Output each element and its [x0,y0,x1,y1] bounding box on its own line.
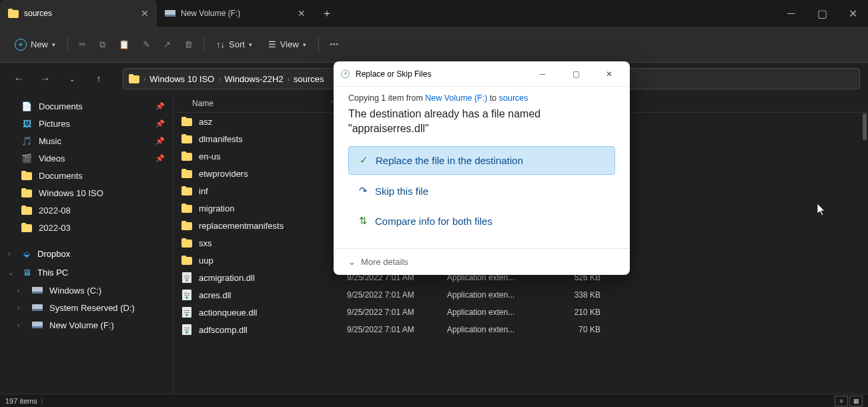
breadcrumb-item[interactable]: Windows-22H2 [225,74,284,84]
svg-rect-22 [184,330,189,330]
copy-button[interactable]: ⧉ [94,35,111,54]
tab-sources[interactable]: sources ✕ [0,0,157,27]
dropbox-icon: ⬙ [21,248,32,259]
file-row[interactable]: actionqueue.dll9/25/2022 7:01 AMApplicat… [173,304,868,321]
replace-label: Replace the file in the destination [376,155,523,166]
dialog-body: Copying 1 item from New Volume (F:) to s… [334,87,630,248]
chevron-right-icon: › [8,250,16,258]
chevron-down-icon: ⌄ [348,257,356,267]
maximize-button[interactable]: ▢ [562,63,590,85]
skip-label: Skip this file [375,185,428,197]
sidebar-item-windows-c-[interactable]: ›Windows (C:) [0,282,173,299]
copying-prefix: Copying 1 item from [348,93,425,103]
delete-button[interactable]: 🗑 [179,35,198,53]
close-button[interactable]: ✕ [837,0,868,27]
rename-button[interactable]: ✎ [137,35,155,53]
minimize-button[interactable]: ─ [528,63,556,85]
sidebar-item-2022-03[interactable]: 2022-03 [0,219,173,236]
view-icon: ☰ [268,39,276,49]
close-icon[interactable]: ✕ [141,8,149,19]
pic-icon: 🖼 [21,118,32,129]
history-icon: 🕑 [340,69,350,79]
sort-icon: ↑↓ [216,39,225,49]
dest-link[interactable]: sources [499,93,528,103]
replace-option[interactable]: ✓ Replace the file in the destination [348,146,615,175]
sidebar-group-dropbox[interactable]: ›⬙Dropbox [0,244,173,263]
sidebar-item-label: Windows 10 ISO [39,188,103,198]
sidebar-item-label: New Volume (F:) [49,320,114,330]
titlebar: sources ✕ New Volume (F:) ✕ ＋ ─ ▢ ✕ [0,0,868,27]
statusbar: 197 items | ≡ ▦ [0,394,868,407]
rename-icon: ✎ [143,39,150,49]
copy-icon: ⧉ [99,39,105,50]
file-date: 9/25/2022 7:01 AM [347,308,447,317]
sidebar-item-videos[interactable]: 🎬Videos📌 [0,149,173,167]
sidebar-item-2022-08[interactable]: 2022-08 [0,201,173,219]
sidebar-item-pictures[interactable]: 🖼Pictures📌 [0,115,173,132]
new-button[interactable]: + New ▾ [8,35,62,55]
sidebar-item-label: Dropbox [37,249,70,259]
file-row[interactable]: acres.dll9/25/2022 7:01 AMApplication ex… [173,286,868,304]
sidebar-item-label: Pictures [39,119,70,129]
file-row[interactable]: adfscomp.dll9/25/2022 7:01 AMApplication… [173,321,868,338]
sidebar-group-this-pc[interactable]: ⌄🖥This PC [0,263,173,282]
file-name: uup [199,256,213,266]
sort-button[interactable]: ↑↓ Sort ▾ [209,35,259,53]
back-button[interactable]: ← [8,68,29,89]
chevron-right-icon: › [288,75,290,83]
maximize-button[interactable]: ▢ [807,0,837,27]
breadcrumb-item[interactable]: sources [294,74,324,84]
folder-icon [181,238,192,248]
details-view-button[interactable]: ≡ [835,396,848,406]
svg-rect-5 [32,309,43,311]
paste-button[interactable]: 📋 [113,35,135,53]
svg-rect-14 [184,295,189,296]
view-button[interactable]: ☰ View ▾ [262,35,313,53]
sidebar-item-label: Documents [39,171,83,181]
file-name: en-us [199,151,221,161]
tab-new-volume[interactable]: New Volume (F:) ✕ [157,0,314,27]
file-type: Application exten... [447,308,547,317]
minimize-button[interactable]: ─ [776,0,807,27]
skip-option[interactable]: ↷ Skip this file [348,177,615,205]
tab-label: sources [24,9,52,18]
sidebar-item-windows-10-iso[interactable]: Windows 10 ISO [0,184,173,201]
source-link[interactable]: New Volume (F:) [425,93,487,103]
col-name-header[interactable]: Name ˄ [181,99,347,108]
more-label: More details [361,257,408,267]
sidebar: 📄Documents📌🖼Pictures📌🎵Music📌🎬Videos📌Docu… [0,95,173,394]
svg-point-23 [185,331,188,334]
new-tab-button[interactable]: ＋ [314,7,340,21]
recent-button[interactable]: ⌄ [61,68,83,89]
up-button[interactable]: ↑ [88,68,109,89]
forward-button[interactable]: → [35,68,56,89]
svg-rect-1 [165,15,175,17]
file-name: adfscomp.dll [199,325,248,335]
sidebar-item-documents[interactable]: Documents [0,167,173,184]
sidebar-item-system-reserved-d-[interactable]: ›System Reserved (D:) [0,299,173,316]
separator [318,37,319,53]
doc-icon: 📄 [21,101,32,111]
chevron-right-icon: › [17,287,25,294]
file-icon [181,324,192,335]
more-details-button[interactable]: ⌄ More details [348,257,615,267]
sidebar-item-new-volume-f-[interactable]: ›New Volume (F:) [0,316,173,334]
breadcrumb-item[interactable]: Windows 10 ISO [149,74,214,84]
sidebar-item-music[interactable]: 🎵Music📌 [0,132,173,149]
pin-icon: 📌 [155,137,165,145]
close-icon[interactable]: ✕ [298,8,306,19]
chevron-right-icon: › [218,75,220,83]
thumbnails-view-button[interactable]: ▦ [849,396,863,406]
col-name-label: Name [192,99,213,108]
folder-icon [129,73,139,84]
sidebar-item-label: Documents [39,101,83,111]
file-name: asz [199,117,212,127]
file-name: acres.dll [199,290,231,300]
close-button[interactable]: ✕ [595,63,623,85]
share-button[interactable]: ↗ [158,35,176,53]
scrollbar[interactable] [863,113,867,140]
cut-button[interactable]: ✂ [73,35,91,53]
sidebar-item-documents[interactable]: 📄Documents📌 [0,97,173,115]
compare-option[interactable]: ⇅ Compare info for both files [348,208,615,235]
more-button[interactable]: ••• [324,35,344,53]
